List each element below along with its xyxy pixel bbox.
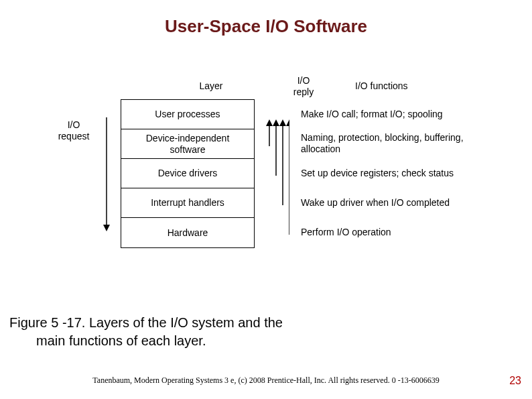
slide-title: User-Space I/O Software [0, 0, 532, 37]
layer-row: User processes [121, 100, 254, 129]
layer-row: Hardware [121, 218, 254, 247]
arrow-up-icon [273, 119, 279, 176]
function-row: Make I/O call; format I/O; spooling [298, 99, 499, 129]
svg-marker-1 [103, 225, 110, 231]
caption-line: main functions of each layer. [9, 332, 283, 350]
page-number: 23 [509, 375, 521, 387]
arrow-up-icon [266, 119, 273, 146]
header-layer: Layer [157, 80, 265, 91]
header-functions: I/O functions [355, 80, 408, 91]
header-reply: I/Oreply [280, 75, 327, 98]
svg-marker-9 [286, 119, 289, 126]
svg-marker-7 [279, 119, 286, 126]
layer-row: Interrupt handlers [121, 188, 254, 218]
function-row: Perform I/O operation [298, 217, 499, 247]
svg-marker-3 [266, 119, 273, 126]
function-row: Naming, protection, blocking, buffering,… [298, 129, 499, 158]
caption-line: Figure 5 -17. Layers of the I/O system a… [9, 315, 283, 330]
arrow-up-icon [286, 119, 289, 235]
layer-stack: User processes Device-independentsoftwar… [121, 99, 255, 248]
function-row: Wake up driver when I/O completed [298, 188, 499, 217]
layer-row: Device-independentsoftware [121, 129, 254, 159]
io-layers-diagram: Layer I/Oreply I/O functions I/Orequest … [54, 80, 489, 282]
function-row: Set up device registers; check status [298, 158, 499, 188]
svg-marker-5 [273, 119, 279, 126]
arrow-up-icon [279, 119, 286, 205]
label-io-request: I/Orequest [54, 119, 94, 142]
functions-column: Make I/O call; format I/O; spooling Nami… [298, 99, 499, 247]
arrow-up-group [263, 99, 289, 247]
arrow-down-icon [101, 117, 113, 231]
figure-caption: Figure 5 -17. Layers of the I/O system a… [9, 314, 283, 350]
layer-row: Device drivers [121, 159, 254, 188]
footer-citation: Tanenbaum, Modern Operating Systems 3 e,… [0, 376, 532, 386]
